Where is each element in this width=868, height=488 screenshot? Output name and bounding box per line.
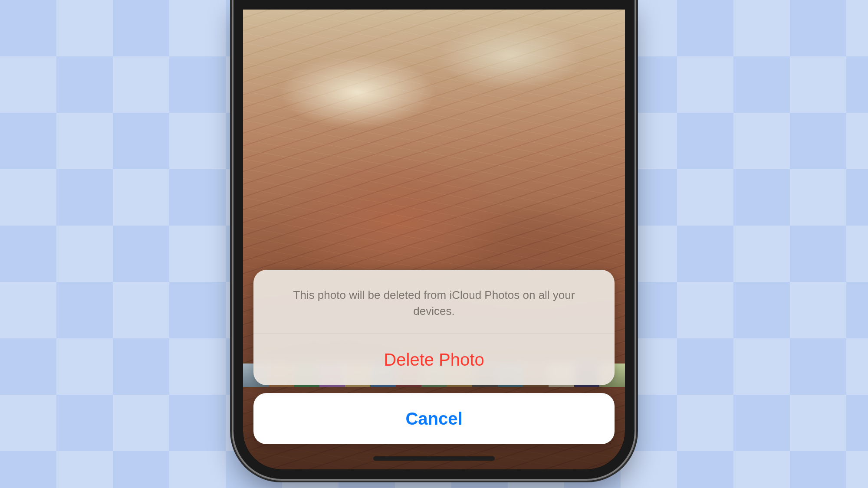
action-sheet-message: This photo will be deleted from iCloud P… bbox=[253, 270, 615, 334]
delete-photo-button[interactable]: Delete Photo bbox=[253, 334, 615, 385]
phone-frame: This photo will be deleted from iCloud P… bbox=[233, 0, 635, 479]
cancel-button[interactable]: Cancel bbox=[253, 393, 615, 444]
action-sheet: This photo will be deleted from iCloud P… bbox=[253, 270, 615, 444]
action-sheet-group: This photo will be deleted from iCloud P… bbox=[253, 270, 615, 385]
phone-screen: This photo will be deleted from iCloud P… bbox=[243, 10, 625, 469]
home-indicator[interactable] bbox=[373, 456, 495, 461]
